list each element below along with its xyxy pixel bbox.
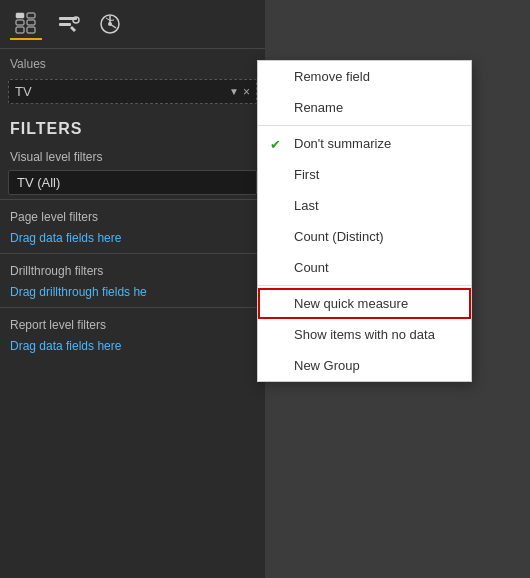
- svg-rect-0: [16, 13, 24, 18]
- left-panel: Values TV ▼ × FILTERS Visual level filte…: [0, 0, 265, 578]
- menu-item-new-quick-measure[interactable]: New quick measure: [258, 288, 471, 319]
- divider-2: [0, 253, 265, 254]
- visualizations-icon[interactable]: [10, 8, 42, 40]
- menu-item-remove-field[interactable]: Remove field: [258, 61, 471, 92]
- menu-separator: [258, 285, 471, 286]
- drillthrough-label: Drillthrough filters: [0, 258, 265, 281]
- menu-item-show-items-no-data[interactable]: Show items with no data: [258, 319, 471, 350]
- context-menu: Remove fieldRenameDon't summarizeFirstLa…: [257, 60, 472, 382]
- menu-item-dont-summarize[interactable]: Don't summarize: [258, 128, 471, 159]
- menu-item-count-distinct[interactable]: Count (Distinct): [258, 221, 471, 252]
- page-level-placeholder: Drag data fields here: [0, 227, 265, 249]
- analytics-icon[interactable]: [94, 8, 126, 40]
- format-icon[interactable]: [52, 8, 84, 40]
- svg-rect-5: [27, 27, 35, 33]
- menu-item-rename[interactable]: Rename: [258, 92, 471, 123]
- menu-separator: [258, 125, 471, 126]
- values-label: Values: [0, 49, 265, 75]
- menu-item-new-group[interactable]: New Group: [258, 350, 471, 381]
- svg-rect-2: [16, 27, 24, 33]
- svg-rect-3: [27, 13, 35, 18]
- report-level-placeholder: Drag data fields here: [0, 335, 265, 357]
- filters-heading: FILTERS: [0, 108, 265, 144]
- drillthrough-placeholder: Drag drillthrough fields he: [0, 281, 265, 303]
- menu-item-last[interactable]: Last: [258, 190, 471, 221]
- svg-rect-4: [27, 20, 35, 25]
- tv-field-pill[interactable]: TV ▼ ×: [8, 79, 257, 104]
- divider-1: [0, 199, 265, 200]
- svg-rect-7: [59, 23, 71, 26]
- visual-level-value[interactable]: TV (All): [8, 170, 257, 195]
- field-pill-arrow[interactable]: ▼: [229, 86, 239, 97]
- menu-item-first[interactable]: First: [258, 159, 471, 190]
- report-level-label: Report level filters: [0, 312, 265, 335]
- divider-3: [0, 307, 265, 308]
- field-pill-close[interactable]: ×: [243, 85, 250, 99]
- toolbar: [0, 0, 265, 49]
- field-pill-text: TV: [15, 84, 225, 99]
- page-level-label: Page level filters: [0, 204, 265, 227]
- visual-level-label: Visual level filters: [0, 144, 265, 167]
- menu-item-count[interactable]: Count: [258, 252, 471, 283]
- svg-rect-1: [16, 20, 24, 25]
- svg-point-10: [108, 22, 112, 26]
